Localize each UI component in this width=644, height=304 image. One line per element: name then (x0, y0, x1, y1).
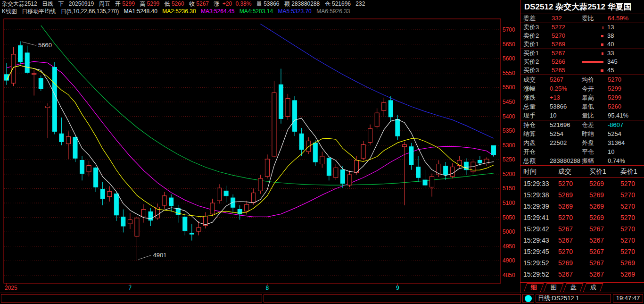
svg-text:5200: 5200 (503, 171, 515, 177)
tape-header: 时间成交买价1卖价1 (520, 166, 644, 178)
panel-tab-图[interactable]: 图 (544, 283, 564, 292)
time-sales: 时间成交买价1卖价115:29:3352705269527015:29:3852… (520, 166, 644, 280)
change-pct: 0.38% (235, 0, 251, 7)
top-info-bar: 杂交大蒜2512 日线 下 20250919 周五 开 5299 高 5299 … (0, 0, 520, 8)
tape-col-header: 成交 (558, 166, 571, 177)
tape-price: 5269 (558, 257, 573, 269)
tape-row: 15:29:52526752675269 (520, 269, 644, 280)
svg-text:5550: 5550 (503, 70, 515, 76)
depth-bar (582, 61, 603, 63)
sell-price: 5270 (552, 32, 565, 40)
volume-value: 53866 (264, 0, 279, 7)
sell-level-row[interactable]: 卖价3527213 (520, 23, 644, 32)
stat-value: 0.25% (550, 84, 567, 93)
stat-label: 总额 (523, 156, 536, 165)
buy-level-row[interactable]: 买价3526545 (520, 66, 644, 75)
kline-chart[interactable]: 5700565056005550550054505400535053005250… (0, 15, 520, 292)
open-label: 开 (115, 0, 121, 7)
tape-price: 5269 (589, 201, 604, 212)
panel-tab-成[interactable]: 成 (583, 283, 603, 292)
sell-label: 卖价1 (523, 40, 539, 49)
sell-level-row[interactable]: 卖价1526940 (520, 40, 644, 49)
sell-price: 5272 (552, 23, 565, 32)
oi-extra: 232 (355, 0, 365, 7)
svg-text:5700: 5700 (503, 26, 515, 33)
tape-price: 5269 (558, 201, 573, 212)
sell-qty: 40 (607, 40, 614, 49)
weibi-value: 64.59% (608, 14, 628, 23)
stats-grid: 成交5267均价5270涨幅0.25%今开5299涨跌+13最高5299总量53… (520, 75, 644, 166)
stat-value: +13 (550, 93, 560, 102)
tape-price: 5269 (620, 257, 635, 269)
depth-bar (603, 26, 603, 29)
high-value: 5299 (147, 0, 160, 7)
status-box-left (1, 294, 262, 303)
period-next-control[interactable]: 下 (58, 0, 64, 7)
sell-label: 卖价2 (523, 32, 539, 40)
stat-label: 内盘 (523, 138, 536, 147)
stat-value: 95.41% (608, 111, 628, 120)
buy-level-row[interactable]: 买价25266345 (520, 58, 644, 66)
tape-row: 15:29:41527052695270 (520, 212, 644, 223)
stat-value: 5267 (550, 75, 563, 84)
stat-label: 开仓 (523, 147, 536, 156)
stat-value: 5270 (608, 75, 621, 84)
stat-value: 521696 (550, 120, 570, 129)
svg-text:5600: 5600 (503, 55, 515, 62)
period-selector[interactable]: 日线 (42, 0, 53, 7)
tape-row: 15:29:52526952675269 (520, 257, 644, 269)
tape-row: 15:29:39526952695270 (520, 201, 644, 212)
panel-tab-label: 成 (585, 284, 601, 291)
svg-text:4950: 4950 (503, 243, 515, 250)
depth-bar (602, 52, 603, 55)
stat-row: 成交5267均价5270 (520, 75, 644, 84)
tape-price: 5270 (558, 178, 573, 189)
stat-row: 开仓平仓10 (520, 147, 644, 156)
stat-label: 持仓 (523, 120, 536, 129)
change-value: +20 (223, 0, 232, 7)
tape-price: 5270 (620, 201, 635, 212)
change-label: 涨 (214, 0, 219, 7)
buy-level-row[interactable]: 买价1526733 (520, 49, 644, 58)
trading-app: { "top_bar": { "symbol": "杂交大蒜2512", "pe… (0, 0, 644, 304)
stat-value: 53866 (550, 102, 567, 111)
sell-level-row[interactable]: 卖价2527038 (520, 32, 644, 40)
ma3-readout: MA3:5264.45 (201, 8, 234, 15)
depth-bar (601, 69, 603, 72)
tape-time: 15:29:38 (523, 189, 549, 201)
tape-price: 5270 (558, 246, 573, 257)
stat-value: 0.74% (608, 156, 625, 165)
chart-type-label[interactable]: K线图 (2, 8, 17, 15)
close-value: 5267 (196, 0, 209, 7)
sell-levels: 卖价3527213卖价2527038卖价1526940 (520, 23, 644, 49)
stat-value: 5299 (608, 93, 621, 102)
order-imbalance-row: 委差 332 委比 64.59% (520, 14, 644, 23)
tape-price: 5267 (558, 235, 573, 246)
panel-tab-细[interactable]: 细 (524, 283, 544, 292)
ma6-readout: MA6:5926.33 (316, 8, 350, 15)
amount-label: 额 (284, 0, 290, 7)
ma2-readout: MA2:5236.30 (162, 8, 196, 15)
tape-time: 15:29:41 (523, 212, 549, 223)
tape-price: 5267 (589, 257, 604, 269)
status-box-middle (264, 294, 521, 303)
oi-label: 仓 (325, 0, 330, 7)
depth-bar (601, 43, 603, 46)
svg-text:8: 8 (266, 285, 269, 291)
svg-text:5450: 5450 (503, 99, 515, 105)
stat-row: 现手10量比95.41% (520, 111, 644, 120)
stat-row: 内盘22502外盘31364 (520, 138, 644, 147)
weekday: 周五 (99, 0, 110, 7)
ma1-readout: MA1:5248.40 (124, 8, 157, 15)
contract-title: DS2512 杂交大蒜2512 华夏国 (520, 0, 644, 14)
stat-row: 涨幅0.25%今开5299 (520, 84, 644, 93)
tape-price: 5270 (620, 212, 635, 223)
low-label: 低 (165, 0, 170, 7)
tape-row: 15:29:38526952695270 (520, 189, 644, 201)
volume-label: 量 (256, 0, 262, 7)
tape-price: 5270 (620, 246, 635, 257)
stat-row: 总量53866最低5260 (520, 102, 644, 111)
svg-text:5250: 5250 (503, 156, 515, 163)
stat-value: 5299 (608, 84, 621, 93)
panel-tab-盘[interactable]: 盘 (563, 283, 584, 292)
